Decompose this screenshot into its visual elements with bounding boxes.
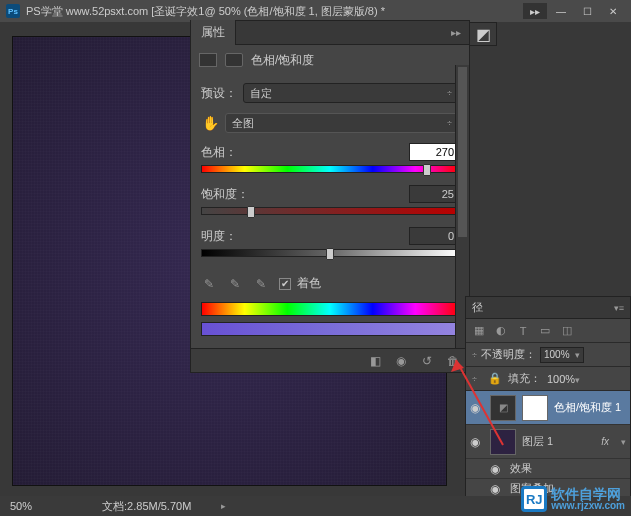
hue-thumb[interactable]: [423, 164, 431, 176]
document-title: PS学堂 www.52psxt.com [圣诞字效1@ 50% (色相/饱和度 …: [26, 4, 521, 19]
layer-1[interactable]: ◉ 图层 1 fx ▾: [466, 425, 630, 459]
minimize-button[interactable]: —: [549, 3, 573, 19]
lightness-slider-group: 明度： 0: [201, 227, 459, 257]
panel-dock-icons: ◩: [469, 22, 497, 46]
layers-panel: 径 ▾≡ ▦ ◐ T ▭ ◫ ÷ 不透明度： 100%▾ ÷ 🔒 填充： 100…: [465, 296, 631, 500]
lock-icon[interactable]: 🔒: [488, 372, 502, 386]
colorize-checkbox[interactable]: ✔ 着色: [279, 275, 321, 292]
eyedropper-icon[interactable]: ✎: [201, 276, 217, 292]
visibility-icon[interactable]: ◉: [470, 401, 484, 415]
adjustments-icon[interactable]: ◩: [469, 22, 497, 46]
layers-tab-row: 径 ▾≡: [466, 297, 630, 319]
watermark-url: www.rjzxw.com: [551, 501, 625, 511]
mask-icon[interactable]: [225, 53, 243, 67]
preset-label: 预设：: [201, 85, 237, 102]
preset-value: 自定: [250, 86, 272, 101]
photoshop-icon: Ps: [6, 4, 20, 18]
preset-select[interactable]: 自定 ÷: [243, 83, 459, 103]
checkbox-icon: ✔: [279, 278, 291, 290]
properties-panel: 属性 ▸▸ 色相/饱和度 预设： 自定 ÷ ✋ 全图 ÷ 色相： 270: [190, 20, 470, 373]
trash-icon[interactable]: 🗑: [445, 353, 461, 369]
targeted-adjustment-icon[interactable]: ✋: [201, 114, 219, 132]
saturation-slider[interactable]: [201, 207, 459, 215]
opacity-label: 不透明度：: [481, 347, 536, 362]
view-previous-icon[interactable]: ◉: [393, 353, 409, 369]
eyedropper-add-icon[interactable]: ✎: [227, 276, 243, 292]
panel-footer: ◧ ◉ ↺ 🗑: [191, 348, 469, 372]
hue-slider[interactable]: [201, 165, 459, 173]
layer-name[interactable]: 色相/饱和度 1: [554, 400, 626, 415]
filter-smart-icon[interactable]: ◫: [560, 324, 574, 338]
maximize-button[interactable]: ☐: [575, 3, 599, 19]
panel-flyout-icon[interactable]: ▸▸: [443, 27, 469, 38]
lock-row: ÷ 🔒 填充： 100%▾: [466, 367, 630, 391]
panel-flyout-icon[interactable]: ▾≡: [614, 303, 624, 313]
watermark-logo: RJ: [521, 486, 547, 512]
hue-spectrum-preview: [201, 302, 459, 316]
layer-effects-row[interactable]: ◉ 效果: [466, 459, 630, 479]
filter-shape-icon[interactable]: ▭: [538, 324, 552, 338]
panel-body: 预设： 自定 ÷ ✋ 全图 ÷ 色相： 270: [191, 75, 469, 348]
filter-pixel-icon[interactable]: ▦: [472, 324, 486, 338]
tab-paths[interactable]: 径: [472, 300, 483, 315]
fill-input[interactable]: 100%▾: [547, 373, 580, 385]
adjustment-title: 色相/饱和度: [251, 52, 314, 69]
layer-thumb[interactable]: [490, 429, 516, 455]
lightness-thumb[interactable]: [326, 248, 334, 260]
blend-mode-dropdown[interactable]: ÷: [472, 350, 477, 360]
layer-name[interactable]: 图层 1: [522, 434, 595, 449]
panel-tab-row: 属性 ▸▸: [191, 21, 469, 45]
reset-icon[interactable]: ↺: [419, 353, 435, 369]
channel-row: ✋ 全图 ÷: [201, 113, 459, 133]
clip-to-layer-icon[interactable]: ◧: [367, 353, 383, 369]
adjustment-header: 色相/饱和度: [191, 45, 469, 75]
visibility-icon[interactable]: ◉: [470, 435, 484, 449]
chevron-down-icon: ÷: [447, 118, 452, 128]
hue-slider-group: 色相： 270: [201, 143, 459, 173]
collapse-button[interactable]: ▸▸: [523, 3, 547, 19]
chevron-down-icon[interactable]: ▾: [621, 437, 626, 447]
chevron-right-icon[interactable]: ▸: [221, 501, 226, 511]
channel-value: 全图: [232, 116, 254, 131]
zoom-level[interactable]: 50%: [10, 500, 32, 512]
lock-dropdown[interactable]: ÷: [472, 374, 482, 384]
fill-label: 填充：: [508, 371, 541, 386]
saturation-slider-group: 饱和度： 25: [201, 185, 459, 215]
saturation-thumb[interactable]: [247, 206, 255, 218]
document-info[interactable]: 文档:2.85M/5.70M: [102, 499, 191, 514]
visibility-icon[interactable]: ◉: [490, 462, 504, 476]
opacity-input[interactable]: 100%▾: [540, 347, 584, 363]
filter-type-icon[interactable]: T: [516, 324, 530, 338]
window-titlebar: Ps PS学堂 www.52psxt.com [圣诞字效1@ 50% (色相/饱…: [0, 0, 631, 22]
layer-mask-thumb[interactable]: [522, 395, 548, 421]
result-spectrum-preview: [201, 322, 459, 336]
visibility-icon[interactable]: ◉: [490, 482, 504, 496]
watermark: RJ 软件自学网 www.rjzxw.com: [521, 486, 625, 512]
saturation-input[interactable]: 25: [409, 185, 459, 203]
colorize-label: 着色: [297, 275, 321, 292]
channel-select[interactable]: 全图 ÷: [225, 113, 459, 133]
filter-adjustment-icon[interactable]: ◐: [494, 324, 508, 338]
fx-badge[interactable]: fx: [601, 436, 615, 447]
eyedropper-row: ✎ ✎ ✎ ✔ 着色: [201, 269, 459, 302]
lightness-label: 明度：: [201, 228, 237, 245]
adjustment-thumb[interactable]: ◩: [490, 395, 516, 421]
preset-row: 预设： 自定 ÷: [201, 83, 459, 103]
layer-filter-row: ▦ ◐ T ▭ ◫: [466, 319, 630, 343]
watermark-text: 软件自学网: [551, 487, 625, 501]
tab-properties[interactable]: 属性: [191, 20, 236, 45]
saturation-label: 饱和度：: [201, 186, 249, 203]
hue-input[interactable]: 270: [409, 143, 459, 161]
eyedropper-subtract-icon[interactable]: ✎: [253, 276, 269, 292]
opacity-row: ÷ 不透明度： 100%▾: [466, 343, 630, 367]
effects-label: 效果: [510, 461, 532, 476]
hue-label: 色相：: [201, 144, 237, 161]
lightness-input[interactable]: 0: [409, 227, 459, 245]
layer-hue-saturation[interactable]: ◉ ◩ 色相/饱和度 1: [466, 391, 630, 425]
close-button[interactable]: ✕: [601, 3, 625, 19]
chevron-down-icon: ÷: [447, 88, 452, 98]
adjustment-type-icon: [199, 53, 217, 67]
lightness-slider[interactable]: [201, 249, 459, 257]
